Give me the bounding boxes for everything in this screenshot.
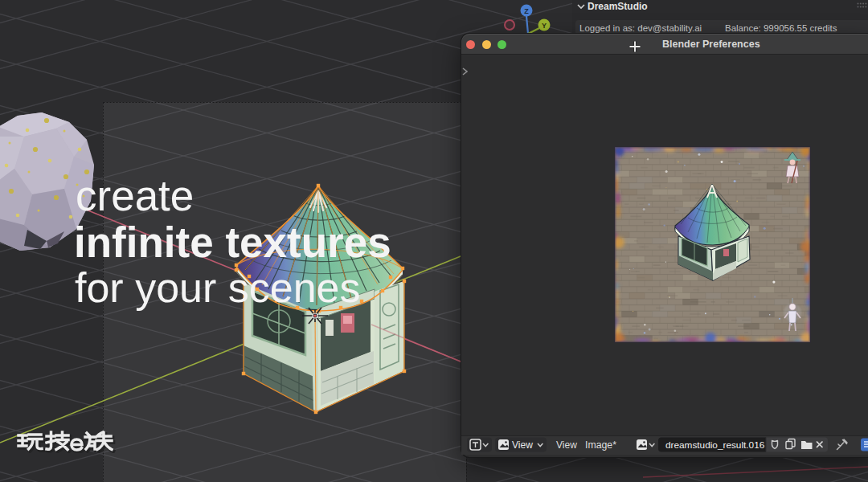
svg-text:View: View [556,439,577,451]
svg-text:Y: Y [542,22,547,30]
svg-text:View: View [512,439,533,451]
svg-text:Z: Z [524,7,529,15]
svg-text:dreamstudio_result.016: dreamstudio_result.016 [665,439,765,451]
svg-text:Image*: Image* [585,439,616,451]
